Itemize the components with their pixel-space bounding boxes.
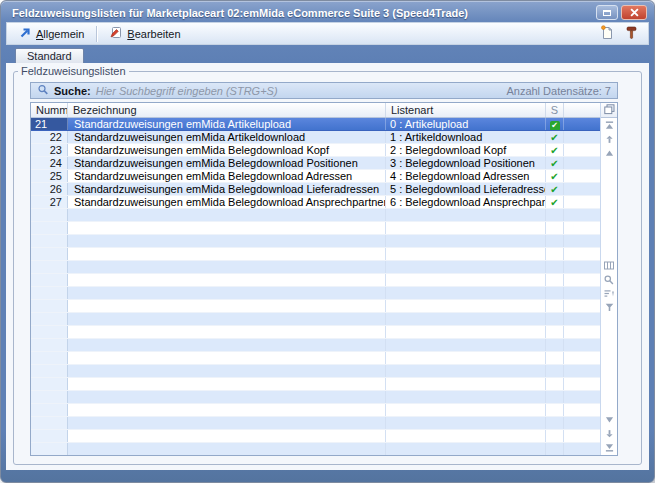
cell-status: ✔ — [546, 131, 564, 143]
checkmark-icon: ✔ — [550, 121, 560, 130]
cell-blank — [564, 326, 600, 338]
cell-bezeichnung: Standardzuweisungen emMida Belegdownload… — [68, 183, 386, 195]
cell-nummer — [31, 352, 68, 364]
cell-listenart: 1 : Artikeldownload — [386, 131, 546, 143]
cell-nummer — [31, 430, 68, 442]
table-row[interactable]: 23Standardzuweisungen emMida Belegdownlo… — [31, 144, 600, 157]
checkmark-icon: ✔ — [550, 184, 558, 195]
column-header-bezeichnung[interactable]: Bezeichnung — [68, 103, 386, 117]
cell-blank — [564, 118, 600, 130]
grid-tools-group — [604, 261, 615, 312]
edit-page-icon — [109, 26, 122, 41]
tab-standard[interactable]: Standard — [15, 48, 84, 63]
empty-row — [31, 378, 600, 391]
table-row[interactable]: 24Standardzuweisungen emMida Belegdownlo… — [31, 157, 600, 170]
cell-listenart — [386, 313, 546, 325]
cell-bezeichnung — [68, 209, 386, 221]
cell-bezeichnung — [68, 352, 386, 364]
sort-icon[interactable] — [604, 289, 615, 298]
cell-status: ✔ — [546, 144, 564, 156]
copy-button[interactable] — [601, 103, 617, 118]
row-down-icon[interactable] — [604, 415, 615, 424]
cell-status — [546, 222, 564, 234]
cell-blank — [564, 417, 600, 429]
cell-nummer — [31, 300, 68, 312]
table-row[interactable]: 21Standardzuweisungen emMida Artikeluplo… — [31, 118, 600, 131]
cell-blank — [564, 196, 600, 208]
grid-body: 21Standardzuweisungen emMida Artikeluplo… — [31, 118, 600, 455]
table-row[interactable]: 25Standardzuweisungen emMida Belegdownlo… — [31, 170, 600, 183]
columns-icon[interactable] — [604, 261, 615, 270]
cell-listenart: 3 : Belegdownload Positionen — [386, 157, 546, 169]
toolbar-button-allgemein[interactable]: Allgemein — [15, 26, 88, 42]
cell-listenart — [386, 391, 546, 403]
toolbar-label-bearbeiten: Bearbeiten — [127, 28, 180, 40]
hammer-button[interactable] — [622, 25, 640, 43]
cell-listenart: 0 : Artikelupload — [386, 118, 546, 130]
cell-listenart: 6 : Belegdownload Ansprechpartner — [386, 196, 546, 208]
empty-row — [31, 248, 600, 261]
new-document-button[interactable] — [598, 25, 616, 43]
cell-listenart: 2 : Belegdownload Kopf — [386, 144, 546, 156]
cell-listenart: 5 : Belegdownload Lieferadressen — [386, 183, 546, 195]
empty-row — [31, 235, 600, 248]
tab-strip: Standard — [6, 48, 84, 63]
cell-nummer: 22 — [31, 131, 68, 143]
scroll-to-top-icon[interactable] — [604, 121, 615, 130]
cell-status: ✔ — [546, 196, 564, 208]
close-button[interactable] — [621, 5, 647, 20]
cell-nummer — [31, 261, 68, 273]
column-header-nummer[interactable]: Nummer — [31, 103, 68, 117]
cell-blank — [564, 430, 600, 442]
checkmark-icon: ✔ — [550, 171, 558, 182]
cell-status: ✔ — [546, 170, 564, 182]
table-row[interactable]: 22Standardzuweisungen emMida Artikeldown… — [31, 131, 600, 144]
cell-blank — [564, 339, 600, 351]
cell-blank — [564, 209, 600, 221]
toolbar-button-bearbeiten[interactable]: Bearbeiten — [105, 25, 184, 42]
cell-nummer — [31, 209, 68, 221]
empty-row — [31, 339, 600, 352]
cell-listenart — [386, 209, 546, 221]
zoom-icon[interactable] — [604, 275, 615, 284]
grid-navigator-strip — [600, 103, 617, 455]
cell-nummer — [31, 222, 68, 234]
toolbar-label-allgemein: Allgemein — [36, 28, 84, 40]
cell-status — [546, 209, 564, 221]
cell-listenart — [386, 352, 546, 364]
search-bar[interactable]: Suche: Hier Suchbegriff eingeben (STRG+S… — [30, 82, 618, 99]
table-row[interactable]: 26Standardzuweisungen emMida Belegdownlo… — [31, 183, 600, 196]
scroll-to-bottom-icon[interactable] — [604, 443, 615, 452]
search-label: Suche: — [54, 85, 91, 97]
cell-nummer: 27 — [31, 196, 68, 208]
empty-row — [31, 287, 600, 300]
cell-listenart — [386, 430, 546, 442]
cell-blank — [564, 144, 600, 156]
copy-icon — [604, 104, 615, 117]
column-header-s[interactable]: S — [546, 103, 564, 117]
cell-bezeichnung — [68, 417, 386, 429]
page-up-icon[interactable] — [604, 135, 615, 144]
table-row[interactable]: 27Standardzuweisungen emMida Belegdownlo… — [31, 196, 600, 209]
cell-blank — [564, 183, 600, 195]
cell-bezeichnung — [68, 391, 386, 403]
grid-main: NummerBezeichnungListenartS 21Standardzu… — [31, 103, 600, 455]
cell-bezeichnung: Standardzuweisungen emMida Belegdownload… — [68, 157, 386, 169]
cell-status: ✔ — [546, 157, 564, 169]
column-header-listenart[interactable]: Listenart — [386, 103, 546, 117]
cell-listenart — [386, 222, 546, 234]
cell-blank — [564, 170, 600, 182]
restore-button[interactable] — [596, 5, 618, 20]
scroll-down-group — [604, 415, 615, 452]
row-up-icon[interactable] — [604, 149, 615, 158]
cell-bezeichnung — [68, 443, 386, 455]
empty-row — [31, 313, 600, 326]
cell-status — [546, 300, 564, 312]
cell-nummer — [31, 235, 68, 247]
page-down-icon[interactable] — [604, 429, 615, 438]
cell-status — [546, 248, 564, 260]
search-placeholder: Hier Suchbegriff eingeben (STRG+S) — [96, 85, 278, 97]
cell-listenart — [386, 417, 546, 429]
content-panel: Feldzuweisungslisten Suche: Hier Suchbeg… — [6, 63, 649, 470]
filter-icon[interactable] — [604, 303, 615, 312]
